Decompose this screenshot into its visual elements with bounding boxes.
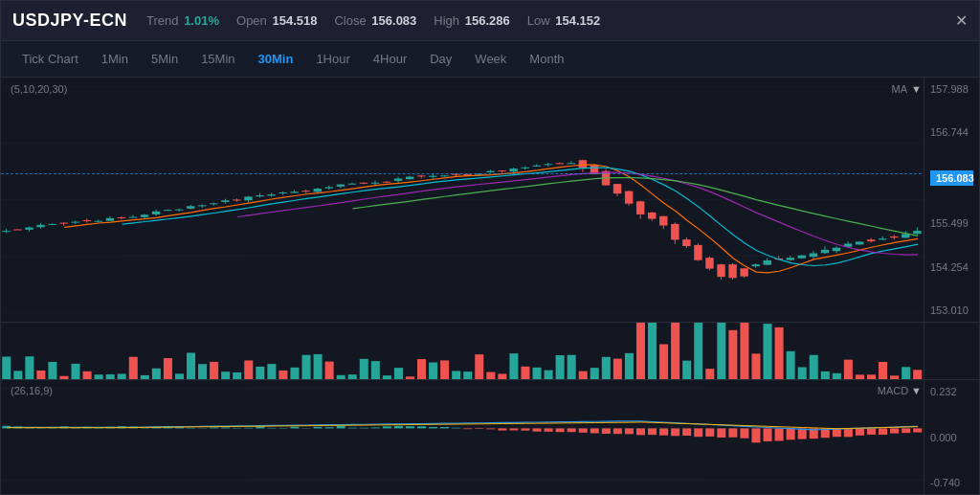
macd-chart: (26,16,9) MACD ▼ 0.232 0.000 -0.740 [1, 379, 979, 494]
chart-area: (5,10,20,30) MA ▼ 157.988 156.744 156.08… [1, 78, 979, 494]
stats-bar: Trend 1.01% Open 154.518 Close 156.083 H… [146, 13, 600, 28]
price-level-4: 154.254 [930, 261, 973, 273]
tf-1min[interactable]: 1Min [92, 48, 138, 70]
tf-15min[interactable]: 15Min [191, 48, 244, 70]
macd-level-3: -0.740 [930, 477, 973, 488]
macd-level-1: 0.232 [930, 386, 973, 397]
close-stat: Close 156.083 [334, 13, 416, 28]
tf-30min[interactable]: 30Min [249, 48, 303, 70]
low-stat: Low 154.152 [527, 13, 600, 28]
timeframe-bar: Tick Chart 1Min 5Min 15Min 30Min 1Hour 4… [1, 41, 979, 78]
current-price-badge: 156.083 [930, 170, 973, 186]
trend-label: Trend [146, 13, 178, 28]
close-value: 156.083 [371, 13, 416, 28]
macd-level-2: 0.000 [930, 432, 973, 443]
tf-1hour[interactable]: 1Hour [306, 48, 359, 70]
trend-value: 1.01% [184, 13, 219, 28]
price-level-3: 155.499 [930, 217, 973, 229]
macd-scale: 0.232 0.000 -0.740 [924, 380, 979, 494]
macd-chart-canvas [1, 380, 924, 494]
macd-dropdown-icon[interactable]: ▼ [911, 385, 922, 396]
tf-4hour[interactable]: 4Hour [364, 48, 416, 70]
tf-tick[interactable]: Tick Chart [12, 48, 88, 70]
open-stat: Open 154.518 [236, 13, 317, 28]
tf-month[interactable]: Month [520, 48, 573, 70]
price-level-1: 157.988 [930, 83, 973, 95]
price-scale: 157.988 156.744 156.083 155.499 154.254 … [924, 78, 979, 322]
ma-indicator-label: MA ▼ [892, 83, 922, 95]
tf-5min[interactable]: 5Min [142, 48, 188, 70]
ma-dropdown-icon[interactable]: ▼ [911, 83, 922, 95]
high-value: 156.286 [465, 13, 510, 28]
symbol: USDJPY-ECN [12, 11, 127, 31]
price-reference-line [1, 173, 922, 174]
ma-params-label: (5,10,20,30) [11, 83, 67, 95]
low-value: 154.152 [555, 13, 600, 28]
high-stat: High 156.286 [434, 13, 509, 28]
open-label: Open [236, 13, 267, 28]
main-chart-canvas [1, 78, 924, 322]
low-label: Low [527, 13, 550, 28]
close-button[interactable]: ✕ [955, 11, 968, 30]
header: USDJPY-ECN Trend 1.01% Open 154.518 Clos… [1, 1, 979, 41]
main-container: USDJPY-ECN Trend 1.01% Open 154.518 Clos… [0, 0, 980, 495]
macd-params-label: (26,16,9) [11, 385, 53, 396]
main-chart: (5,10,20,30) MA ▼ 157.988 156.744 156.08… [1, 78, 979, 322]
open-value: 154.518 [272, 13, 317, 28]
tf-day[interactable]: Day [420, 48, 461, 70]
volume-area [1, 322, 979, 379]
trend-stat: Trend 1.01% [146, 13, 219, 28]
tf-week[interactable]: Week [465, 48, 516, 70]
volume-chart-canvas [1, 323, 924, 379]
high-label: High [434, 13, 459, 28]
volume-scale [924, 323, 979, 379]
price-level-2: 156.744 [930, 126, 973, 138]
macd-indicator-label: MACD ▼ [878, 385, 922, 396]
close-label: Close [334, 13, 366, 28]
price-level-5: 153.010 [930, 304, 973, 316]
